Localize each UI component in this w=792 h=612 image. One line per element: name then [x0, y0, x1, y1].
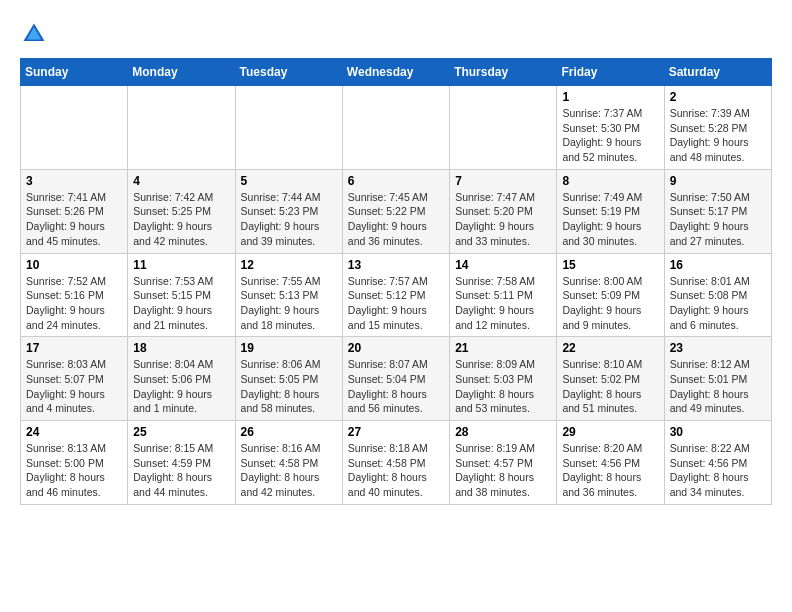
day-info: Sunrise: 8:00 AM Sunset: 5:09 PM Dayligh…	[562, 274, 658, 333]
calendar-cell: 1Sunrise: 7:37 AM Sunset: 5:30 PM Daylig…	[557, 86, 664, 170]
calendar-cell: 23Sunrise: 8:12 AM Sunset: 5:01 PM Dayli…	[664, 337, 771, 421]
calendar-cell: 5Sunrise: 7:44 AM Sunset: 5:23 PM Daylig…	[235, 169, 342, 253]
day-number: 26	[241, 425, 337, 439]
day-number: 22	[562, 341, 658, 355]
day-header: Wednesday	[342, 59, 449, 86]
calendar-header-row: SundayMondayTuesdayWednesdayThursdayFrid…	[21, 59, 772, 86]
day-info: Sunrise: 7:49 AM Sunset: 5:19 PM Dayligh…	[562, 190, 658, 249]
day-info: Sunrise: 7:37 AM Sunset: 5:30 PM Dayligh…	[562, 106, 658, 165]
calendar-cell: 15Sunrise: 8:00 AM Sunset: 5:09 PM Dayli…	[557, 253, 664, 337]
header	[20, 20, 772, 48]
calendar-cell: 24Sunrise: 8:13 AM Sunset: 5:00 PM Dayli…	[21, 421, 128, 505]
calendar-cell	[450, 86, 557, 170]
calendar-cell: 21Sunrise: 8:09 AM Sunset: 5:03 PM Dayli…	[450, 337, 557, 421]
day-info: Sunrise: 8:19 AM Sunset: 4:57 PM Dayligh…	[455, 441, 551, 500]
day-header: Friday	[557, 59, 664, 86]
day-info: Sunrise: 8:18 AM Sunset: 4:58 PM Dayligh…	[348, 441, 444, 500]
day-header: Sunday	[21, 59, 128, 86]
day-info: Sunrise: 8:22 AM Sunset: 4:56 PM Dayligh…	[670, 441, 766, 500]
day-number: 7	[455, 174, 551, 188]
day-info: Sunrise: 7:42 AM Sunset: 5:25 PM Dayligh…	[133, 190, 229, 249]
calendar-cell: 10Sunrise: 7:52 AM Sunset: 5:16 PM Dayli…	[21, 253, 128, 337]
calendar: SundayMondayTuesdayWednesdayThursdayFrid…	[20, 58, 772, 505]
day-info: Sunrise: 8:07 AM Sunset: 5:04 PM Dayligh…	[348, 357, 444, 416]
day-number: 4	[133, 174, 229, 188]
day-number: 30	[670, 425, 766, 439]
day-info: Sunrise: 8:15 AM Sunset: 4:59 PM Dayligh…	[133, 441, 229, 500]
calendar-cell: 14Sunrise: 7:58 AM Sunset: 5:11 PM Dayli…	[450, 253, 557, 337]
day-info: Sunrise: 7:47 AM Sunset: 5:20 PM Dayligh…	[455, 190, 551, 249]
day-number: 2	[670, 90, 766, 104]
day-info: Sunrise: 8:20 AM Sunset: 4:56 PM Dayligh…	[562, 441, 658, 500]
day-number: 15	[562, 258, 658, 272]
day-number: 10	[26, 258, 122, 272]
calendar-cell: 8Sunrise: 7:49 AM Sunset: 5:19 PM Daylig…	[557, 169, 664, 253]
day-info: Sunrise: 7:53 AM Sunset: 5:15 PM Dayligh…	[133, 274, 229, 333]
calendar-cell	[21, 86, 128, 170]
day-info: Sunrise: 7:45 AM Sunset: 5:22 PM Dayligh…	[348, 190, 444, 249]
calendar-week-row: 1Sunrise: 7:37 AM Sunset: 5:30 PM Daylig…	[21, 86, 772, 170]
calendar-cell: 4Sunrise: 7:42 AM Sunset: 5:25 PM Daylig…	[128, 169, 235, 253]
calendar-cell	[128, 86, 235, 170]
calendar-cell: 13Sunrise: 7:57 AM Sunset: 5:12 PM Dayli…	[342, 253, 449, 337]
calendar-cell: 29Sunrise: 8:20 AM Sunset: 4:56 PM Dayli…	[557, 421, 664, 505]
day-number: 5	[241, 174, 337, 188]
calendar-cell	[342, 86, 449, 170]
calendar-cell: 16Sunrise: 8:01 AM Sunset: 5:08 PM Dayli…	[664, 253, 771, 337]
calendar-cell: 12Sunrise: 7:55 AM Sunset: 5:13 PM Dayli…	[235, 253, 342, 337]
calendar-week-row: 17Sunrise: 8:03 AM Sunset: 5:07 PM Dayli…	[21, 337, 772, 421]
day-number: 19	[241, 341, 337, 355]
day-number: 23	[670, 341, 766, 355]
day-number: 12	[241, 258, 337, 272]
day-number: 17	[26, 341, 122, 355]
calendar-cell: 30Sunrise: 8:22 AM Sunset: 4:56 PM Dayli…	[664, 421, 771, 505]
calendar-cell: 20Sunrise: 8:07 AM Sunset: 5:04 PM Dayli…	[342, 337, 449, 421]
day-header: Tuesday	[235, 59, 342, 86]
day-info: Sunrise: 8:16 AM Sunset: 4:58 PM Dayligh…	[241, 441, 337, 500]
calendar-cell: 7Sunrise: 7:47 AM Sunset: 5:20 PM Daylig…	[450, 169, 557, 253]
calendar-cell: 6Sunrise: 7:45 AM Sunset: 5:22 PM Daylig…	[342, 169, 449, 253]
day-info: Sunrise: 7:55 AM Sunset: 5:13 PM Dayligh…	[241, 274, 337, 333]
day-number: 1	[562, 90, 658, 104]
calendar-cell	[235, 86, 342, 170]
day-info: Sunrise: 8:04 AM Sunset: 5:06 PM Dayligh…	[133, 357, 229, 416]
calendar-cell: 3Sunrise: 7:41 AM Sunset: 5:26 PM Daylig…	[21, 169, 128, 253]
calendar-week-row: 10Sunrise: 7:52 AM Sunset: 5:16 PM Dayli…	[21, 253, 772, 337]
calendar-cell: 11Sunrise: 7:53 AM Sunset: 5:15 PM Dayli…	[128, 253, 235, 337]
day-number: 28	[455, 425, 551, 439]
logo	[20, 20, 52, 48]
day-number: 21	[455, 341, 551, 355]
day-info: Sunrise: 8:10 AM Sunset: 5:02 PM Dayligh…	[562, 357, 658, 416]
day-number: 13	[348, 258, 444, 272]
day-number: 27	[348, 425, 444, 439]
day-info: Sunrise: 7:52 AM Sunset: 5:16 PM Dayligh…	[26, 274, 122, 333]
day-number: 24	[26, 425, 122, 439]
day-number: 8	[562, 174, 658, 188]
day-header: Thursday	[450, 59, 557, 86]
day-number: 29	[562, 425, 658, 439]
day-info: Sunrise: 8:09 AM Sunset: 5:03 PM Dayligh…	[455, 357, 551, 416]
day-info: Sunrise: 7:50 AM Sunset: 5:17 PM Dayligh…	[670, 190, 766, 249]
day-number: 9	[670, 174, 766, 188]
calendar-cell: 25Sunrise: 8:15 AM Sunset: 4:59 PM Dayli…	[128, 421, 235, 505]
calendar-week-row: 3Sunrise: 7:41 AM Sunset: 5:26 PM Daylig…	[21, 169, 772, 253]
day-number: 18	[133, 341, 229, 355]
day-number: 20	[348, 341, 444, 355]
logo-icon	[20, 20, 48, 48]
day-number: 25	[133, 425, 229, 439]
calendar-cell: 27Sunrise: 8:18 AM Sunset: 4:58 PM Dayli…	[342, 421, 449, 505]
day-info: Sunrise: 8:13 AM Sunset: 5:00 PM Dayligh…	[26, 441, 122, 500]
calendar-cell: 17Sunrise: 8:03 AM Sunset: 5:07 PM Dayli…	[21, 337, 128, 421]
calendar-cell: 9Sunrise: 7:50 AM Sunset: 5:17 PM Daylig…	[664, 169, 771, 253]
calendar-cell: 2Sunrise: 7:39 AM Sunset: 5:28 PM Daylig…	[664, 86, 771, 170]
day-info: Sunrise: 8:12 AM Sunset: 5:01 PM Dayligh…	[670, 357, 766, 416]
day-number: 16	[670, 258, 766, 272]
day-info: Sunrise: 7:39 AM Sunset: 5:28 PM Dayligh…	[670, 106, 766, 165]
day-info: Sunrise: 7:57 AM Sunset: 5:12 PM Dayligh…	[348, 274, 444, 333]
day-info: Sunrise: 8:06 AM Sunset: 5:05 PM Dayligh…	[241, 357, 337, 416]
day-info: Sunrise: 7:58 AM Sunset: 5:11 PM Dayligh…	[455, 274, 551, 333]
calendar-cell: 28Sunrise: 8:19 AM Sunset: 4:57 PM Dayli…	[450, 421, 557, 505]
day-info: Sunrise: 8:03 AM Sunset: 5:07 PM Dayligh…	[26, 357, 122, 416]
day-number: 11	[133, 258, 229, 272]
calendar-cell: 18Sunrise: 8:04 AM Sunset: 5:06 PM Dayli…	[128, 337, 235, 421]
